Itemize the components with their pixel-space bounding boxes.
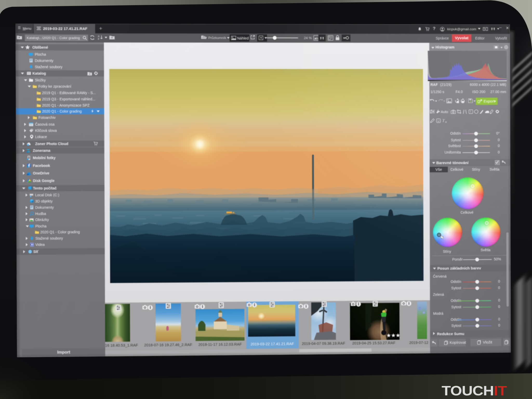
svg-text:T: T [470, 110, 471, 113]
svg-text:Z: Z [98, 38, 99, 40]
svg-text:T: T [442, 118, 445, 123]
svg-text:A: A [98, 35, 100, 38]
